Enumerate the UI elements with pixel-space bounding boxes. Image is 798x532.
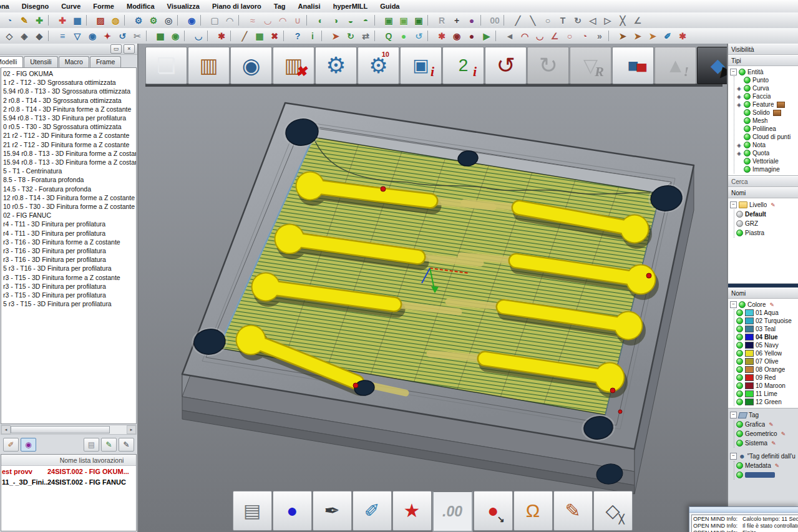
separator[interactable]: [608, 31, 614, 41]
edit-pencil-icon[interactable]: ✎: [769, 422, 774, 428]
operation-item[interactable]: 02 - FIG FANUC: [1, 211, 136, 220]
separator[interactable]: [230, 31, 236, 41]
reset-filter-button[interactable]: ▽ R: [570, 47, 611, 84]
visibility-bulb-icon[interactable]: [736, 366, 743, 373]
operation-item[interactable]: 5 r3 - T15 - 3D Finitura per profilatura: [1, 299, 136, 308]
stamp-2-icon[interactable]: ▣: [396, 14, 411, 27]
polyline-icon[interactable]: ╲: [525, 14, 540, 27]
visibility-bulb-icon[interactable]: [736, 309, 743, 316]
line-icon[interactable]: ╱: [510, 14, 525, 27]
page-edit-dark-button[interactable]: ✎: [119, 438, 134, 452]
tipi-item[interactable]: Immagine: [736, 165, 798, 173]
tipi-item[interactable]: ◈ Faccia: [736, 92, 798, 100]
tipi-item[interactable]: ◈ Nota: [736, 141, 798, 149]
visibility-bulb-icon[interactable]: [736, 462, 743, 469]
visibility-bulb-icon[interactable]: [736, 430, 743, 437]
measure-00-icon[interactable]: 00: [487, 14, 502, 27]
menu-visualizza[interactable]: Visualizza: [161, 2, 206, 10]
mirror-icon[interactable]: ◁: [585, 14, 600, 27]
menu-tag[interactable]: Tag: [268, 2, 292, 10]
mill-3d-icon[interactable]: ◑: [328, 14, 343, 27]
pen-icon[interactable]: ╱: [237, 29, 252, 42]
info-button[interactable]: ▣ i: [400, 47, 442, 84]
visibility-bulb-icon[interactable]: [736, 211, 743, 218]
visibility-bulb-icon[interactable]: [736, 374, 743, 381]
tree-root-tag[interactable]: − Tag: [730, 410, 798, 420]
menu-analisi[interactable]: Analisi: [292, 2, 327, 10]
flag-green-icon[interactable]: ▶: [479, 29, 494, 42]
3d-model-canvas[interactable]: [139, 44, 727, 532]
arc-tool-icon[interactable]: ◔: [577, 29, 592, 42]
separator[interactable]: [238, 15, 244, 26]
operation-item[interactable]: 14.5 - T32 - Foratura profonda: [1, 185, 136, 193]
selected-tag-item[interactable]: [736, 470, 798, 480]
operation-item[interactable]: 15.94 r0.8 - T13 - 3D Finitura forme a Z…: [1, 149, 136, 158]
menu-guida[interactable]: Guida: [374, 2, 406, 10]
visibility-bulb-icon[interactable]: [736, 342, 743, 349]
operation-item[interactable]: 15.94 r0.8 - T13 - 3D Finitura forme a Z…: [1, 158, 136, 167]
new-part-icon[interactable]: ✚: [32, 14, 47, 27]
separator[interactable]: [48, 15, 54, 26]
visibility-bulb-icon[interactable]: [736, 472, 743, 478]
separator[interactable]: [146, 31, 152, 41]
edit-pencil-icon[interactable]: ✎: [781, 431, 786, 437]
nomi-header-1[interactable]: Nomi: [728, 187, 798, 198]
simulation-button[interactable]: ◆ ▶: [697, 47, 727, 84]
excel-icon[interactable]: ▦: [153, 29, 168, 42]
add-icon[interactable]: +: [449, 14, 464, 27]
visibility-bulb-icon[interactable]: [744, 93, 751, 100]
tab-macro[interactable]: Macro: [59, 56, 89, 67]
undo-blue-icon[interactable]: ↺: [115, 29, 130, 42]
tree-root-livello[interactable]: − Livello ✎: [730, 200, 798, 210]
operation-item[interactable]: 5.94 r0.8 - T13 - 3D Finitura per profil…: [1, 114, 136, 122]
operation-item[interactable]: r4 - T11 - 3D Finitura per profilatura: [1, 220, 136, 228]
bell-paint-button[interactable]: Ω: [513, 491, 553, 531]
visibility-bulb-icon[interactable]: [736, 358, 743, 365]
print-icon[interactable]: ▦: [70, 14, 85, 27]
tool-database-button[interactable]: ⚙: [315, 47, 357, 84]
tab-modelli[interactable]: Modelli: [0, 56, 23, 67]
cross-icon[interactable]: ╳: [615, 14, 630, 27]
visibility-bulb-icon[interactable]: [744, 109, 751, 116]
operation-item[interactable]: r3 - T15 - 3D Finitura per profilatura: [1, 291, 136, 299]
sphere-tool-icon[interactable]: ●: [464, 14, 479, 27]
panel-float-button[interactable]: ▭: [110, 44, 122, 54]
cube-iso-icon[interactable]: ◈: [17, 29, 32, 42]
job-list-row[interactable]: 11_-_3D_Fini... 24SIST.002 - FIG FANUC: [1, 476, 136, 487]
operation-item[interactable]: r3 - T15 - 3D Finitura forme a Z costant…: [1, 273, 136, 282]
cube-shade-icon[interactable]: ◆: [32, 29, 47, 42]
arrow-brown-1-icon[interactable]: ➤: [615, 29, 630, 42]
operation-item[interactable]: r3 - T15 - 3D Finitura per profilatura: [1, 282, 136, 291]
visibility-bulb-icon[interactable]: [744, 77, 751, 84]
color-item[interactable]: 01 Aqua: [736, 309, 798, 317]
decimal-precision-button[interactable]: .00: [432, 491, 473, 532]
job-report-icon[interactable]: ◎: [161, 14, 176, 27]
scale-icon[interactable]: ▷: [600, 14, 615, 27]
tipi-item[interactable]: Punto: [736, 76, 798, 84]
visibility-bulb-icon[interactable]: [736, 440, 743, 447]
edit-pencil-icon[interactable]: ✎: [771, 440, 776, 447]
color-item[interactable]: 08 Orange: [736, 365, 798, 374]
collapse-icon[interactable]: −: [730, 201, 737, 208]
rotate-icon[interactable]: ↻: [570, 14, 585, 27]
horizontal-scrollbar[interactable]: ◄ ►: [1, 425, 137, 435]
color-item[interactable]: 11 Lime: [736, 390, 798, 398]
mill-5x-icon[interactable]: ◒: [343, 14, 358, 27]
operation-item[interactable]: 10 r0.5 - T30 - 3D Finitura forme a Z co…: [1, 202, 136, 211]
menu-piano-di-lavoro[interactable]: Piano di lavoro: [206, 2, 268, 10]
visibility-bulb-icon[interactable]: [736, 382, 743, 389]
swirl-icon[interactable]: ↺: [411, 29, 426, 42]
scroll-right-icon[interactable]: ►: [127, 425, 136, 434]
scroll-left-icon[interactable]: ◄: [1, 425, 11, 434]
edit-drawing-icon[interactable]: ✎: [17, 14, 32, 27]
angle-red-icon[interactable]: ∠: [547, 29, 562, 42]
arrow-left-icon[interactable]: ◄: [502, 29, 517, 42]
tree-root-entita[interactable]: − Entità: [730, 68, 798, 76]
bulb-small-icon[interactable]: ●: [396, 29, 411, 42]
tipi-item[interactable]: ◈ Feature: [736, 100, 798, 109]
coating-brush-button[interactable]: ✐: [353, 491, 392, 531]
visibility-bulb-icon[interactable]: [744, 125, 751, 132]
circle-icon[interactable]: ○: [540, 14, 555, 27]
operation-item[interactable]: 8.5 - T8 - Foratura profonda: [1, 175, 136, 184]
collapse-icon[interactable]: −: [730, 301, 737, 308]
